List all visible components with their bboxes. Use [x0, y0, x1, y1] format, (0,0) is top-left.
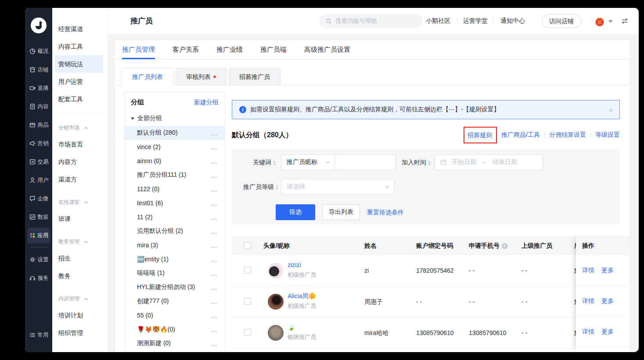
detail-link[interactable]: 详情	[582, 297, 594, 305]
subtab-promoter-list[interactable]: 推广员列表	[122, 68, 173, 86]
nav-live[interactable]: 直播	[25, 79, 52, 97]
row-checkbox[interactable]	[244, 267, 251, 274]
row-checkbox[interactable]	[244, 329, 251, 336]
promoter-nickname-link[interactable]: zizizi	[288, 261, 301, 268]
group-item[interactable]: 沿用默认分组 (2)	[125, 224, 225, 238]
group-item[interactable]: vince (2)	[125, 140, 225, 154]
more-link[interactable]: 更多	[601, 297, 614, 305]
more-icon[interactable]	[211, 340, 218, 347]
nav-settings[interactable]: 设置	[25, 250, 52, 269]
sidebar-item-org-management[interactable]: 组织管理	[52, 324, 108, 342]
group-item[interactable]: 55 (0)	[125, 308, 225, 322]
nav-frequently-used[interactable]: 常用	[25, 326, 52, 344]
level-settings-link[interactable]: 等级设置	[595, 131, 620, 139]
more-icon[interactable]	[211, 242, 218, 249]
more-icon[interactable]	[211, 312, 218, 319]
row-checkbox[interactable]	[244, 298, 251, 305]
group-item[interactable]: HYL新建分组勿动 (3)	[125, 280, 225, 294]
sidebar-item-business-channel[interactable]: 经营渠道	[52, 20, 108, 38]
sidebar-item-academic[interactable]: 教务	[52, 267, 108, 285]
nav-data[interactable]: 数据	[25, 208, 52, 226]
reset-filters-link[interactable]: 重置筛选条件	[367, 204, 404, 220]
promoter-level-select[interactable]: 请选择	[281, 179, 394, 195]
new-group-button[interactable]: 新建分组	[194, 99, 219, 107]
subtab-recruit-promoter[interactable]: 招募推广员	[229, 68, 281, 86]
group-item[interactable]: ainnn (0)	[125, 154, 225, 168]
more-icon[interactable]	[211, 270, 218, 277]
sidebar-item-market-home[interactable]: 市场首页	[52, 135, 108, 153]
more-icon[interactable]	[211, 298, 218, 305]
group-item[interactable]: 测测新建 (0)	[125, 336, 225, 350]
group-root-all[interactable]: 全部分组	[125, 111, 225, 126]
section-online-classroom[interactable]: 在线课堂	[52, 194, 108, 210]
subtab-review-list[interactable]: 审核列表	[176, 68, 227, 86]
section-distribution-market[interactable]: 分销市场	[52, 120, 108, 135]
tab-promotion-performance[interactable]: 推广业绩	[216, 40, 243, 59]
info-icon[interactable]: i	[502, 243, 508, 249]
nav-apps[interactable]: 应用	[25, 226, 52, 245]
promoter-nickname-link[interactable]: Alicia周🌼	[288, 292, 316, 300]
more-icon[interactable]	[211, 214, 218, 221]
more-icon[interactable]	[211, 284, 218, 291]
sidebar-item-content-tools[interactable]: 内容工具	[52, 38, 108, 55]
export-list-button[interactable]: 导出列表	[322, 204, 360, 220]
group-item[interactable]: 🆕entity (1)	[125, 252, 225, 266]
xiaoe-goose-logo-icon[interactable]	[31, 18, 47, 33]
avatar[interactable]	[594, 15, 606, 27]
detail-link[interactable]: 详情	[582, 328, 594, 336]
link-operation-school[interactable]: 运营学堂	[463, 17, 488, 25]
link-xiaoe-community[interactable]: 小鹅社区	[426, 17, 450, 25]
nav-overview[interactable]: 概况	[25, 42, 52, 61]
promoter-nickname-link[interactable]: 🍃	[288, 324, 295, 331]
commission-settlement-link[interactable]: 分佣结算设置	[549, 131, 586, 139]
nav-trade[interactable]: 交易	[25, 153, 52, 171]
sidebar-item-marketing-play[interactable]: 营销玩法	[55, 55, 103, 73]
group-item[interactable]: 11 (2)	[125, 210, 225, 224]
close-icon[interactable]: x	[610, 107, 613, 113]
sidebar-item-training-plan[interactable]: 培训计划	[52, 307, 108, 324]
nav-service[interactable]: 服务	[25, 269, 52, 287]
group-item[interactable]: mira (3)	[125, 238, 225, 252]
group-item[interactable]: 1122 (0)	[125, 182, 225, 196]
nav-wecom[interactable]: 企微	[25, 189, 52, 208]
detail-link[interactable]: 详情	[582, 267, 594, 274]
more-link[interactable]: 更多	[601, 267, 614, 274]
section-internal-training[interactable]: 内训管理	[52, 291, 108, 307]
more-icon[interactable]	[211, 143, 218, 151]
visit-shop-button[interactable]: 访问店铺	[542, 14, 581, 28]
filter-button[interactable]: 筛选	[276, 204, 315, 220]
group-item[interactable]: 嘻嘻嘻 (1)	[125, 266, 225, 280]
group-item[interactable]: 创建777 (0)	[125, 294, 225, 308]
more-icon[interactable]	[211, 185, 218, 193]
keyword-input[interactable]	[334, 154, 396, 170]
more-icon[interactable]	[211, 157, 218, 165]
more-icon[interactable]	[211, 200, 218, 207]
group-item[interactable]: test01 (6)	[125, 196, 225, 210]
sidebar-item-class-course[interactable]: 班课	[52, 210, 108, 228]
nav-users[interactable]: 用户	[25, 171, 52, 189]
sidebar-item-enrollment[interactable]: 招生	[52, 250, 108, 267]
date-range-input[interactable]: 开始日期 - 结束日期	[435, 154, 543, 170]
nav-content[interactable]: 内容	[25, 97, 52, 116]
more-link[interactable]: 更多	[601, 328, 614, 336]
more-icon[interactable]	[211, 256, 218, 263]
more-icon[interactable]	[211, 129, 218, 137]
switch-account-icon[interactable]	[621, 18, 629, 25]
link-notification-center[interactable]: 通知中心	[500, 17, 525, 25]
chevron-down-icon[interactable]	[608, 20, 613, 25]
tab-advanced-promoter-settings[interactable]: 高级推广员设置	[304, 40, 350, 59]
select-all-checkbox[interactable]	[244, 242, 251, 249]
sidebar-item-supporting-tools[interactable]: 配套工具	[52, 90, 108, 108]
search-input[interactable]: 搜索功能与帮助	[319, 14, 423, 28]
sidebar-item-content-provider[interactable]: 内容方	[52, 153, 108, 171]
tab-promoter-side[interactable]: 推广员端	[260, 40, 287, 59]
sidebar-item-channel-provider[interactable]: 渠道方	[52, 171, 108, 188]
nav-goods[interactable]: 商品	[25, 116, 52, 134]
more-icon[interactable]	[211, 326, 218, 333]
keyword-type-select[interactable]: 推广员昵称	[281, 154, 335, 170]
tab-promoter-management[interactable]: 推广员管理	[122, 40, 155, 59]
promo-goods-tools-link[interactable]: 推广商品/工具	[501, 131, 540, 139]
nav-shop[interactable]: 店铺	[25, 61, 52, 79]
nav-marketing[interactable]: 营销	[25, 134, 52, 153]
group-item[interactable]: 🌹🦊🐯🔥(0)	[125, 322, 225, 336]
